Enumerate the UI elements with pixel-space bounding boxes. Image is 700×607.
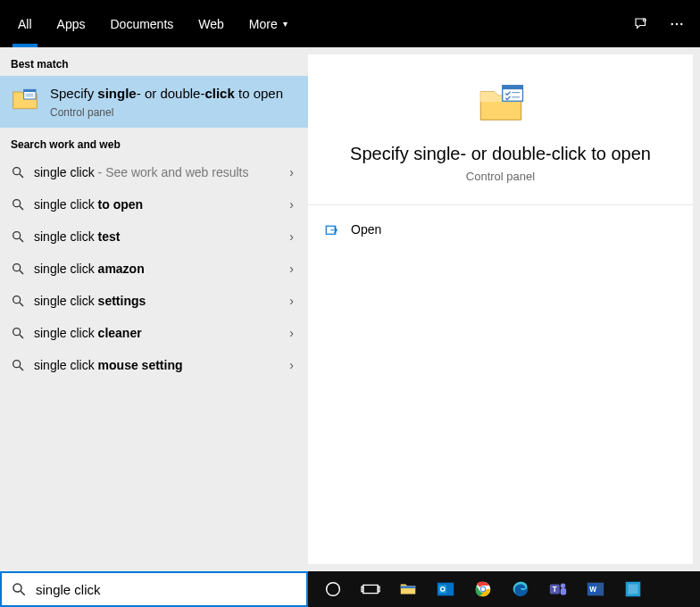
tab-label: More bbox=[249, 17, 278, 31]
preview-title: Specify single- or double-click to open bbox=[350, 144, 651, 164]
tab-more[interactable]: More▾ bbox=[237, 0, 300, 47]
suggestion-item[interactable]: single click settings› bbox=[0, 285, 308, 317]
best-match-title: Specify single- or double-click to open bbox=[50, 85, 283, 103]
svg-point-18 bbox=[13, 328, 21, 335]
svg-line-21 bbox=[20, 367, 23, 370]
search-box[interactable] bbox=[0, 571, 308, 607]
svg-point-37 bbox=[441, 588, 444, 591]
svg-rect-23 bbox=[502, 86, 522, 89]
svg-text:W: W bbox=[589, 586, 596, 594]
svg-point-2 bbox=[676, 22, 678, 24]
svg-text:T: T bbox=[553, 586, 557, 594]
suggestion-item[interactable]: single click amazon› bbox=[0, 253, 308, 285]
preview-folder-icon bbox=[476, 78, 526, 128]
work-web-header: Search work and web bbox=[0, 128, 308, 156]
suggestion-text: single click settings bbox=[34, 294, 286, 308]
taskbar-chrome[interactable] bbox=[465, 571, 501, 607]
suggestion-text: single click cleaner bbox=[34, 326, 286, 340]
feedback-icon[interactable] bbox=[623, 0, 659, 47]
taskbar-task-view[interactable] bbox=[353, 571, 388, 607]
suggestion-text: single click amazon bbox=[34, 262, 286, 276]
svg-point-40 bbox=[481, 587, 485, 591]
taskbar-word[interactable]: W bbox=[578, 571, 613, 607]
suggestions-list: single click - See work and web results›… bbox=[0, 156, 308, 381]
svg-point-14 bbox=[13, 263, 21, 270]
svg-rect-5 bbox=[24, 89, 36, 92]
search-filter-tabs: All Apps Documents Web More▾ bbox=[0, 0, 700, 47]
suggestion-item[interactable]: single click mouse setting› bbox=[0, 349, 308, 381]
svg-point-1 bbox=[671, 22, 673, 24]
suggestion-item[interactable]: single click test› bbox=[0, 220, 308, 253]
taskbar-edge[interactable] bbox=[503, 571, 538, 607]
taskbar-outlook[interactable] bbox=[428, 571, 463, 607]
chevron-right-icon: › bbox=[286, 197, 297, 212]
svg-point-16 bbox=[13, 295, 21, 303]
best-match-header: Best match bbox=[0, 47, 308, 76]
more-options-icon[interactable] bbox=[659, 0, 695, 47]
svg-point-20 bbox=[13, 360, 21, 367]
tab-label: Web bbox=[198, 17, 224, 31]
taskbar-cortana[interactable] bbox=[315, 571, 351, 607]
svg-line-19 bbox=[20, 335, 23, 338]
tab-apps[interactable]: Apps bbox=[45, 0, 98, 47]
suggestion-text: single click to open bbox=[34, 197, 286, 212]
tab-web[interactable]: Web bbox=[186, 0, 237, 47]
chevron-right-icon: › bbox=[286, 229, 297, 244]
suggestion-item[interactable]: single click - See work and web results› bbox=[0, 156, 308, 188]
chevron-down-icon: ▾ bbox=[283, 19, 288, 29]
chevron-right-icon: › bbox=[286, 294, 297, 308]
open-label: Open bbox=[351, 222, 381, 237]
svg-rect-32 bbox=[378, 586, 379, 592]
taskbar-teams[interactable]: T bbox=[540, 571, 576, 607]
tab-label: Documents bbox=[110, 17, 173, 31]
svg-point-10 bbox=[13, 199, 21, 206]
suggestion-text: single click - See work and web results bbox=[34, 165, 286, 179]
tab-documents[interactable]: Documents bbox=[97, 0, 186, 47]
svg-line-17 bbox=[20, 303, 23, 306]
svg-line-9 bbox=[20, 174, 23, 178]
suggestion-text: single click test bbox=[34, 229, 286, 244]
open-icon bbox=[324, 221, 340, 237]
svg-line-15 bbox=[20, 270, 23, 274]
tab-label: All bbox=[18, 17, 32, 31]
svg-point-0 bbox=[643, 19, 646, 21]
tab-all[interactable]: All bbox=[5, 0, 45, 47]
results-panel: Best match Specify single- or double-cli… bbox=[0, 47, 308, 571]
suggestion-text: single click mouse setting bbox=[34, 358, 286, 372]
chevron-right-icon: › bbox=[286, 358, 297, 372]
preview-panel: Specify single- or double-click to open … bbox=[308, 54, 693, 564]
svg-rect-45 bbox=[561, 588, 566, 595]
svg-point-12 bbox=[13, 231, 21, 238]
svg-point-8 bbox=[13, 167, 21, 174]
svg-rect-30 bbox=[363, 585, 379, 593]
best-match-result[interactable]: Specify single- or double-click to open … bbox=[0, 76, 308, 128]
taskbar-file-explorer[interactable] bbox=[390, 571, 426, 607]
tab-label: Apps bbox=[57, 17, 86, 31]
svg-line-11 bbox=[20, 206, 23, 210]
svg-point-27 bbox=[13, 584, 21, 592]
preview-subtitle: Control panel bbox=[466, 170, 535, 183]
chevron-right-icon: › bbox=[286, 326, 297, 340]
open-action[interactable]: Open bbox=[308, 212, 693, 246]
svg-point-3 bbox=[680, 22, 682, 24]
svg-line-28 bbox=[21, 591, 25, 595]
suggestion-item[interactable]: single click cleaner› bbox=[0, 317, 308, 349]
svg-point-29 bbox=[327, 583, 340, 596]
svg-rect-31 bbox=[362, 586, 363, 592]
chevron-right-icon: › bbox=[286, 165, 297, 179]
control-panel-folder-icon bbox=[11, 85, 39, 113]
svg-point-44 bbox=[561, 584, 566, 589]
suggestion-item[interactable]: single click to open› bbox=[0, 188, 308, 220]
taskbar: T W bbox=[308, 571, 700, 607]
best-match-subtitle: Control panel bbox=[50, 106, 283, 119]
chevron-right-icon: › bbox=[286, 262, 297, 276]
taskbar-app[interactable] bbox=[615, 571, 651, 607]
search-icon bbox=[11, 581, 27, 597]
search-input[interactable] bbox=[36, 582, 297, 597]
svg-rect-33 bbox=[401, 586, 416, 588]
svg-line-13 bbox=[20, 238, 23, 242]
svg-rect-50 bbox=[629, 585, 638, 595]
